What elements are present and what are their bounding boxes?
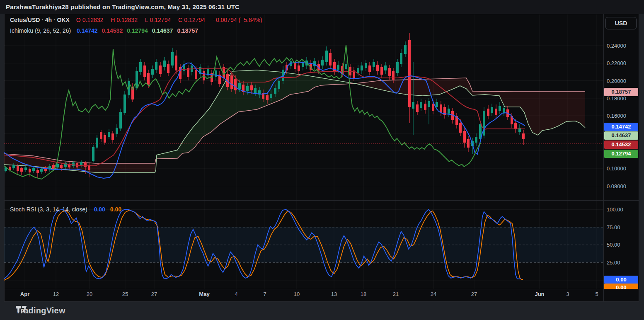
stoch-rsi-title[interactable]: Stoch RSI (3, 3, 14, 14, close) [10,206,87,213]
time-axis-label[interactable]: 13 [331,291,337,297]
time-axis-label[interactable]: May [199,291,209,297]
price-change: −0.00794 (−5.84%) [213,17,262,23]
ohlc-low: L0.12794 [145,17,172,23]
price-badge: 0.14637 [604,131,638,140]
price-tick-label: 0.10000 [607,165,626,172]
stoch-rsi-legend[interactable]: Stoch RSI (3, 3, 14, 14, close) 0.00 0.0… [10,206,123,213]
price-tick-label: 0.24000 [607,43,626,49]
stoch-tick-label: 50.00 [607,242,620,248]
time-axis-label[interactable]: 18 [361,291,366,297]
ichimoku-title[interactable]: Ichimoku (9, 26, 52, 26) [10,27,71,34]
time-axis-label[interactable]: 20 [87,291,92,297]
time-axis-label[interactable]: 27 [471,291,477,297]
time-axis-label[interactable]: 27 [151,291,157,297]
ohlc-close: C0.12794 [178,17,207,23]
stoch-badge: 0.00 [604,284,638,289]
ichimoku-value: 0.12794 [127,27,148,34]
stoch-d-value: 0.00 [110,206,121,213]
ichimoku-value: 0.14532 [102,27,123,34]
ohlc-high: H0.12832 [111,17,139,23]
brand-lockup[interactable]: TradingView [16,306,65,315]
footer-bar: TradingView [0,302,644,320]
stoch-badge: 0.00 [604,276,638,284]
price-badge: 0.14532 [604,141,638,149]
tradingview-logo-icon [16,306,27,313]
ohlc-open: O0.12832 [76,17,105,23]
time-axis-label[interactable]: 5 [595,291,598,297]
time-axis-label[interactable]: 4 [235,291,237,297]
stoch-k-value: 0.00 [94,206,105,213]
time-axis-divider [4,289,639,289]
time-axis-label[interactable]: 7 [263,291,266,297]
ichimoku-legend[interactable]: Ichimoku (9, 26, 52, 26) 0.147420.145320… [10,27,201,34]
stoch-tick-label: 75.00 [607,224,620,230]
time-axis-label[interactable]: 24 [431,291,436,297]
price-badge: 0.18757 [604,88,638,96]
stoch-tick-label: 100.00 [607,206,623,213]
ichimoku-value: 0.14742 [77,27,98,34]
time-axis-label[interactable]: 10 [294,291,300,297]
ichimoku-value: 0.18757 [177,27,198,34]
price-tick-label: 0.16000 [607,113,626,119]
currency-toggle-button[interactable]: USD [605,17,637,29]
time-axis-label[interactable]: 3 [566,291,569,297]
price-badge: 0.12794 [604,150,638,158]
price-axis-divider [603,14,604,302]
currency-label: USD [615,20,627,27]
time-axis-label[interactable]: 12 [53,291,59,297]
price-tick-label: 0.08000 [607,183,626,189]
time-axis-label[interactable]: 21 [393,291,399,297]
pane-divider[interactable] [4,200,639,201]
ichimoku-values: 0.147420.145320.127940.146370.18757 [74,27,200,34]
symbol-title[interactable]: Cetus/USD · 4h · OKX [10,17,70,23]
stoch-badge-clipped: 0.00 [604,284,638,289]
price-tick-label: 0.22000 [607,60,626,66]
tradingview-screenshot: ParshwaTurakhiya28 published on TradingV… [0,0,644,320]
time-axis-label[interactable]: Apr [20,291,29,297]
stoch-tick-label: 25.00 [607,259,620,266]
price-badge: 0.14742 [604,123,638,131]
price-tick-label: 0.20000 [607,78,626,84]
time-axis-label[interactable]: Jun [535,291,544,297]
time-axis-label[interactable]: 25 [122,291,128,297]
price-chart-canvas[interactable] [0,0,644,320]
ichimoku-value: 0.14637 [152,27,173,34]
symbol-legend[interactable]: Cetus/USD · 4h · OKX O0.12832 H0.12832 L… [10,17,264,23]
